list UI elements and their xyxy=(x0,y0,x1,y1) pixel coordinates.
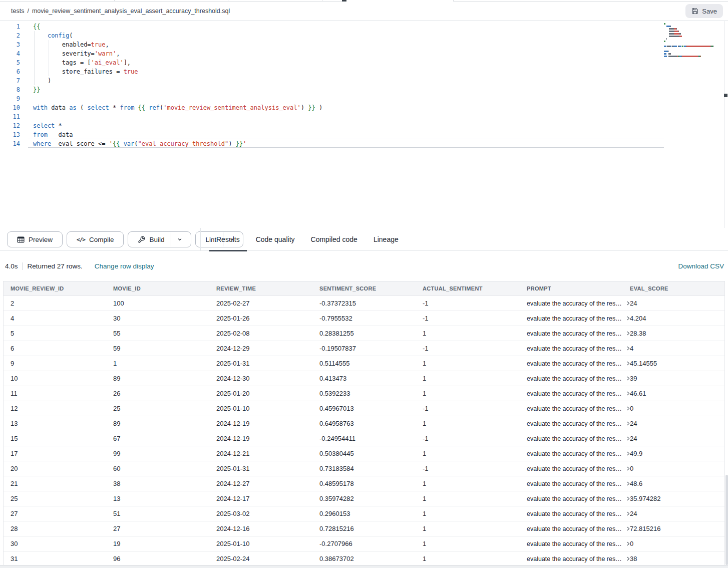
cell-actual-sentiment: -1 xyxy=(416,315,520,322)
line-number: 11 xyxy=(0,112,20,121)
tab-lineage[interactable]: Lineage xyxy=(367,228,406,251)
chevron-down-icon xyxy=(177,236,183,242)
cell-prompt[interactable]: evaluate the accuracy of the res… xyxy=(520,375,623,382)
cell-movie-review-id: 5 xyxy=(4,330,106,337)
cell-eval-score: 4.204 xyxy=(623,315,724,322)
cell-actual-sentiment: -1 xyxy=(416,465,520,472)
cell-movie-id: 67 xyxy=(106,435,209,442)
cell-prompt[interactable]: evaluate the accuracy of the res… xyxy=(520,540,623,547)
cell-prompt[interactable]: evaluate the accuracy of the res… xyxy=(520,555,623,562)
line-number: 7 xyxy=(0,76,20,85)
cell-prompt[interactable]: evaluate the accuracy of the res… xyxy=(520,300,623,307)
tab-results-label: Results xyxy=(216,235,240,243)
cell-review-time: 2025-02-24 xyxy=(209,555,312,562)
prompt-text: evaluate the accuracy of the res… xyxy=(527,420,622,427)
code-line[interactable]: 1 {{ xyxy=(0,22,724,31)
cell-eval-score: 24 xyxy=(623,435,724,442)
query-duration: 4.0s xyxy=(5,262,18,270)
cell-movie-id: 59 xyxy=(106,345,209,352)
cell-prompt[interactable]: evaluate the accuracy of the res… xyxy=(520,315,623,322)
code-line[interactable]: 2 config( xyxy=(0,31,724,40)
table-row: 17 99 2024-12-21 0.50380445 1 evaluate t… xyxy=(4,446,724,461)
table-scrollbar[interactable] xyxy=(725,475,728,565)
table-row: 25 13 2024-12-17 0.35974282 1 evaluate t… xyxy=(4,491,724,506)
code-line[interactable]: 6 store_failures = true xyxy=(0,67,724,76)
cell-movie-review-id: 2 xyxy=(4,300,106,307)
tab-code-quality-label: Code quality xyxy=(256,235,295,243)
tab-compiled-code-label: Compiled code xyxy=(311,235,357,243)
cell-prompt[interactable]: evaluate the accuracy of the res… xyxy=(520,450,623,457)
tab-results[interactable]: Results xyxy=(209,228,247,251)
preview-button[interactable]: Preview xyxy=(7,231,63,247)
code-line[interactable]: 4 severity='warn', xyxy=(0,49,724,58)
minimap[interactable] xyxy=(664,23,720,58)
cell-prompt[interactable]: evaluate the accuracy of the res… xyxy=(520,435,623,442)
code-line[interactable]: 3 enabled=true, xyxy=(0,40,724,49)
code-text: where eval_score <= '{{ var("eval_accura… xyxy=(33,139,246,148)
cell-movie-review-id: 21 xyxy=(4,480,106,487)
cell-prompt[interactable]: evaluate the accuracy of the res… xyxy=(520,330,623,337)
cell-movie-id: 25 xyxy=(106,405,209,412)
editor-scrollbar[interactable] xyxy=(724,94,727,97)
code-lines: 1 {{ 2 config( 3 enabled=true, 4 severit… xyxy=(0,22,724,148)
table-row: 5 55 2025-02-08 0.28381255 1 evaluate th… xyxy=(4,326,724,341)
breadcrumb: tests / movie_review_sentiment_analysis_… xyxy=(11,2,230,21)
code-text: severity='warn', xyxy=(33,49,120,58)
cell-prompt[interactable]: evaluate the accuracy of the res… xyxy=(520,345,623,352)
line-number: 13 xyxy=(0,130,20,139)
line-number: 9 xyxy=(0,94,20,103)
code-line[interactable]: 11 xyxy=(0,112,724,121)
cell-prompt[interactable]: evaluate the accuracy of the res… xyxy=(520,390,623,397)
code-line[interactable]: 13 from data xyxy=(0,130,724,139)
code-line[interactable]: 12 select * xyxy=(0,121,724,130)
cell-prompt[interactable]: evaluate the accuracy of the res… xyxy=(520,525,623,532)
code-line[interactable]: 9 xyxy=(0,94,724,103)
cell-prompt[interactable]: evaluate the accuracy of the res… xyxy=(520,360,623,367)
save-icon xyxy=(691,8,698,15)
code-line[interactable]: 10 with data as ( select * from {{ ref('… xyxy=(0,103,724,112)
cell-prompt[interactable]: evaluate the accuracy of the res… xyxy=(520,405,623,412)
save-button[interactable]: Save xyxy=(685,4,723,18)
cell-actual-sentiment: 1 xyxy=(416,330,520,337)
cell-prompt[interactable]: evaluate the accuracy of the res… xyxy=(520,510,623,517)
cell-eval-score: 35.974282 xyxy=(623,495,724,502)
code-line[interactable]: 5 tags = ['ai_eval'], xyxy=(0,58,724,67)
cell-eval-score: 39 xyxy=(623,375,724,382)
results-table: MOVIE_REVIEW_ID MOVIE_ID REVIEW_TIME SEN… xyxy=(3,281,725,565)
table-row: 6 59 2024-12-29 -0.19507837 -1 evaluate … xyxy=(4,341,724,356)
code-line[interactable]: 8 }} xyxy=(0,85,724,94)
table-row: 9 1 2025-01-31 0.5114555 1 evaluate the … xyxy=(4,356,724,371)
tab-code-quality[interactable]: Code quality xyxy=(249,228,302,251)
build-button[interactable]: Build xyxy=(128,231,191,247)
cell-eval-score: 48.6 xyxy=(623,480,724,487)
cell-review-time: 2024-12-21 xyxy=(209,450,312,457)
cell-actual-sentiment: -1 xyxy=(416,345,520,352)
cell-movie-id: 27 xyxy=(106,525,209,532)
build-dropdown-toggle[interactable] xyxy=(171,232,188,246)
table-row: 31 96 2025-02-24 0.38673702 1 evaluate t… xyxy=(4,551,724,565)
cell-sentiment-score: -0.2707966 xyxy=(312,540,416,547)
column-header-movie-id: MOVIE_ID xyxy=(106,286,209,292)
cell-review-time: 2024-12-17 xyxy=(209,495,312,502)
cell-prompt[interactable]: evaluate the accuracy of the res… xyxy=(520,495,623,502)
cell-prompt[interactable]: evaluate the accuracy of the res… xyxy=(520,465,623,472)
prompt-text: evaluate the accuracy of the res… xyxy=(527,495,622,502)
code-line[interactable]: 7 ) xyxy=(0,76,724,85)
cell-prompt[interactable]: evaluate the accuracy of the res… xyxy=(520,420,623,427)
compile-button[interactable]: </> Compile xyxy=(67,231,124,247)
tab-compiled-code[interactable]: Compiled code xyxy=(304,228,365,251)
code-editor[interactable]: 1 {{ 2 config( 3 enabled=true, 4 severit… xyxy=(0,21,724,228)
prompt-text: evaluate the accuracy of the res… xyxy=(527,525,622,532)
code-text: from data xyxy=(33,130,73,139)
horizontal-scrollbar[interactable] xyxy=(0,565,728,568)
cell-movie-id: 60 xyxy=(106,465,209,472)
download-csv-link[interactable]: Download CSV xyxy=(678,262,724,270)
change-row-display-link[interactable]: Change row display xyxy=(95,262,154,270)
cell-prompt[interactable]: evaluate the accuracy of the res… xyxy=(520,480,623,487)
code-line[interactable]: 14 where eval_score <= '{{ var("eval_acc… xyxy=(0,139,724,148)
cell-actual-sentiment: 1 xyxy=(416,480,520,487)
status-divider xyxy=(23,262,23,270)
cell-sentiment-score: 0.45967013 xyxy=(312,405,416,412)
cell-movie-id: 96 xyxy=(106,555,209,562)
cell-eval-score: 24 xyxy=(623,300,724,307)
